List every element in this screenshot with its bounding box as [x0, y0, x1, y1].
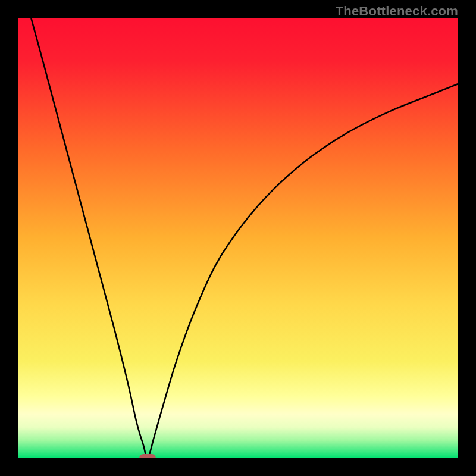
- chart-frame: TheBottleneck.com: [0, 0, 476, 476]
- plot-area: [18, 18, 458, 458]
- optimum-marker: [139, 454, 156, 458]
- bottleneck-curve: [18, 18, 458, 458]
- watermark-text: TheBottleneck.com: [336, 4, 458, 19]
